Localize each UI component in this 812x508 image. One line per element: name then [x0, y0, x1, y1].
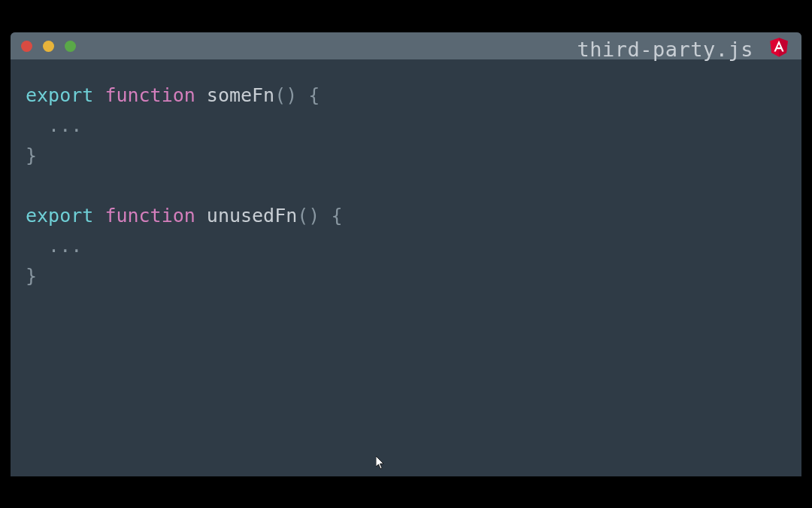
function-name: someFn	[207, 84, 274, 106]
open-brace: {	[308, 84, 320, 106]
code-area[interactable]: export function someFn() { ... } export …	[11, 59, 801, 476]
close-window-button[interactable]	[21, 41, 32, 52]
function-body: ...	[26, 235, 82, 257]
window-title: third-party.js	[577, 38, 753, 61]
editor-window: third-party.js export function someFn() …	[11, 32, 801, 476]
function-name: unusedFn	[207, 205, 297, 227]
close-brace: }	[26, 265, 37, 287]
svg-marker-1	[779, 38, 788, 56]
keyword-export: export	[26, 205, 93, 227]
open-brace: {	[331, 205, 342, 227]
angular-icon	[768, 35, 789, 58]
traffic-lights	[21, 41, 76, 52]
minimize-window-button[interactable]	[43, 41, 54, 52]
keyword-function: function	[105, 205, 195, 227]
keyword-function: function	[105, 84, 195, 106]
parens: ()	[274, 84, 297, 106]
maximize-window-button[interactable]	[65, 41, 76, 52]
title-bar: third-party.js	[11, 32, 801, 59]
close-brace: }	[26, 144, 37, 166]
keyword-export: export	[26, 84, 93, 106]
parens: ()	[297, 205, 320, 227]
function-body: ...	[26, 114, 82, 136]
